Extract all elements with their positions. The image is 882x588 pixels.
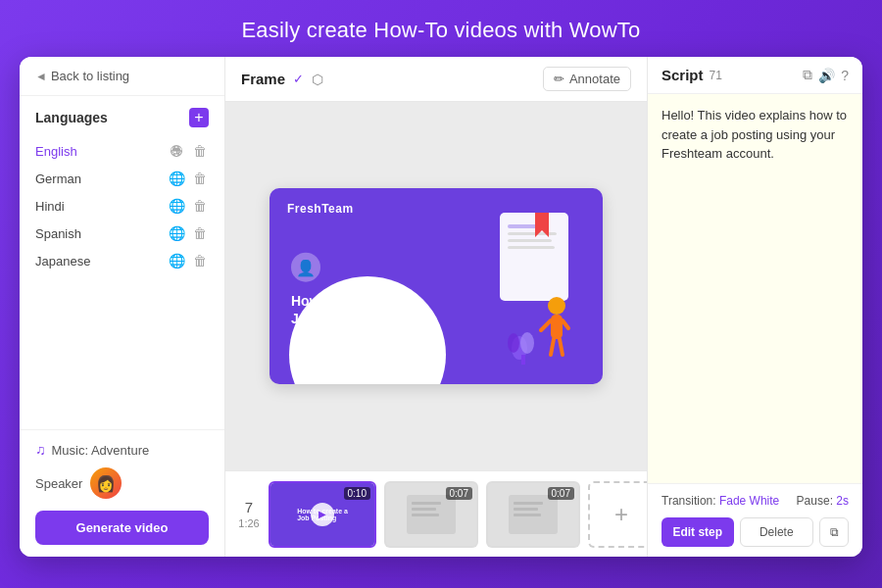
svg-rect-19 — [412, 514, 439, 516]
translate-icon-german[interactable]: 🌐 — [168, 170, 185, 187]
pause-label: Pause: — [797, 494, 833, 508]
back-label: Back to listing — [51, 69, 129, 83]
time-badge-3: 0:07 — [548, 487, 574, 500]
filmstrip-count-num: 7 — [245, 499, 253, 515]
external-link-icon[interactable]: ⬡ — [312, 72, 323, 87]
svg-rect-15 — [521, 355, 525, 365]
script-footer: Transition: Fade White Pause: 2s Edit st… — [648, 483, 862, 557]
filmstrip-counter: 7 1:26 — [237, 499, 261, 529]
script-body: Hello! This video explains how to create… — [648, 94, 862, 483]
delete-icon-english[interactable]: 🗑 — [191, 142, 209, 160]
frame-title: Frame — [241, 71, 285, 87]
delete-icon-german[interactable]: 🗑 — [191, 170, 209, 187]
copy-script-icon[interactable]: ⧉ — [803, 67, 812, 83]
svg-rect-23 — [514, 514, 541, 516]
speaker-icon[interactable]: 🔊 — [818, 68, 835, 83]
script-count: 71 — [710, 69, 722, 82]
filmstrip-add-button[interactable]: + — [588, 481, 647, 548]
svg-line-11 — [560, 339, 563, 355]
filmstrip: 7 1:26 How to create aJob Posting ▶ 0:10 — [225, 470, 647, 557]
slide-title: How to create a Job Posting — [291, 292, 392, 327]
delete-icon-hindi[interactable]: 🗑 — [191, 197, 209, 215]
back-arrow-icon: ◄ — [35, 70, 47, 83]
annotate-button[interactable]: ✏ Annotate — [543, 67, 631, 91]
svg-rect-2 — [508, 232, 557, 235]
slide-preview: FreshTeam 👤 How to create a Job Posting — [270, 188, 603, 384]
music-row[interactable]: ♫ Music: Adventure — [35, 442, 209, 458]
translate-icon-english[interactable] — [168, 142, 185, 160]
page-title: Easily create How-To videos with WowTo — [241, 0, 640, 57]
avatar: 👩 — [90, 467, 122, 499]
delete-icon-spanish[interactable]: 🗑 — [191, 224, 209, 242]
svg-point-6 — [548, 297, 565, 315]
translate-icon-hindi[interactable]: 🌐 — [168, 197, 185, 215]
lang-name-english: English — [35, 144, 168, 159]
script-title: Script — [662, 67, 704, 83]
back-to-listing[interactable]: ◄ Back to listing — [20, 57, 224, 96]
annotate-icon: ✏ — [554, 72, 564, 86]
svg-rect-4 — [508, 246, 555, 249]
sidebar: ◄ Back to listing Languages + English 🗑 — [20, 57, 225, 557]
generate-video-button[interactable]: Generate video — [35, 511, 209, 545]
edit-step-button[interactable]: Edit step — [662, 517, 734, 547]
add-language-button[interactable]: + — [189, 108, 209, 127]
pause-value[interactable]: 2s — [836, 494, 849, 508]
center-panel: Frame ✓ ⬡ ✏ Annotate FreshTeam 👤 How to … — [225, 57, 647, 557]
copy-button[interactable]: ⧉ — [819, 517, 849, 547]
play-button-overlay[interactable]: ▶ — [311, 503, 334, 526]
music-icon: ♫ — [35, 442, 46, 458]
language-list: English 🗑 German 🌐 🗑 — [35, 137, 209, 274]
lang-name-japanese: Japanese — [35, 254, 168, 269]
lang-item-spanish[interactable]: Spanish 🌐 🗑 — [35, 220, 209, 247]
lang-item-german[interactable]: German 🌐 🗑 — [35, 165, 209, 192]
right-panel: Script 71 ⧉ 🔊 ? Hello! This video explai… — [647, 57, 862, 557]
speaker-row[interactable]: Speaker 👩 — [35, 467, 209, 499]
filmstrip-item-3[interactable]: 0:07 — [486, 481, 580, 548]
languages-label: Languages — [35, 110, 108, 125]
svg-line-10 — [551, 339, 554, 355]
svg-line-9 — [563, 320, 568, 328]
delete-button[interactable]: Delete — [740, 517, 814, 547]
annotate-label: Annotate — [569, 72, 620, 86]
time-badge-1: 0:10 — [344, 487, 370, 500]
lang-name-german: German — [35, 172, 168, 186]
transition-label: Transition: — [662, 494, 716, 508]
translate-icon-japanese[interactable]: 🌐 — [168, 252, 185, 270]
svg-line-8 — [541, 320, 551, 330]
frame-header: Frame ✓ ⬡ ✏ Annotate — [225, 57, 647, 102]
time-badge-2: 0:07 — [446, 487, 472, 500]
check-icon[interactable]: ✓ — [293, 72, 304, 86]
filmstrip-item-1[interactable]: How to create aJob Posting ▶ 0:10 — [269, 481, 376, 548]
svg-rect-17 — [412, 502, 441, 505]
transition-value[interactable]: Fade White — [719, 494, 779, 508]
lang-name-spanish: Spanish — [35, 226, 168, 241]
script-header: Script 71 ⧉ 🔊 ? — [648, 57, 862, 94]
svg-rect-18 — [412, 508, 436, 511]
lang-item-english[interactable]: English 🗑 — [35, 137, 209, 165]
svg-point-13 — [520, 332, 534, 354]
lang-item-hindi[interactable]: Hindi 🌐 🗑 — [35, 192, 209, 220]
slide-brand: FreshTeam — [287, 202, 354, 216]
frame-canvas: FreshTeam 👤 How to create a Job Posting — [225, 102, 647, 470]
delete-icon-japanese[interactable]: 🗑 — [191, 252, 209, 270]
music-label: Music: Adventure — [52, 443, 150, 458]
svg-rect-21 — [514, 502, 543, 505]
main-container: ◄ Back to listing Languages + English 🗑 — [20, 57, 862, 557]
svg-rect-22 — [514, 508, 538, 511]
footer-buttons: Edit step Delete ⧉ — [662, 517, 849, 547]
slide-avatar-icon: 👤 — [291, 253, 320, 282]
help-icon[interactable]: ? — [841, 68, 849, 83]
filmstrip-item-2[interactable]: 0:07 — [384, 481, 478, 548]
transition-row: Transition: Fade White Pause: 2s — [662, 494, 849, 508]
filmstrip-duration: 1:26 — [238, 517, 259, 529]
svg-point-14 — [508, 333, 519, 353]
speaker-label: Speaker — [35, 476, 82, 491]
svg-rect-3 — [508, 239, 552, 242]
lang-item-japanese[interactable]: Japanese 🌐 🗑 — [35, 247, 209, 274]
svg-rect-7 — [551, 315, 563, 339]
translate-icon-spanish[interactable]: 🌐 — [168, 224, 185, 242]
lang-name-hindi: Hindi — [35, 199, 168, 214]
slide-illustration — [466, 198, 593, 374]
